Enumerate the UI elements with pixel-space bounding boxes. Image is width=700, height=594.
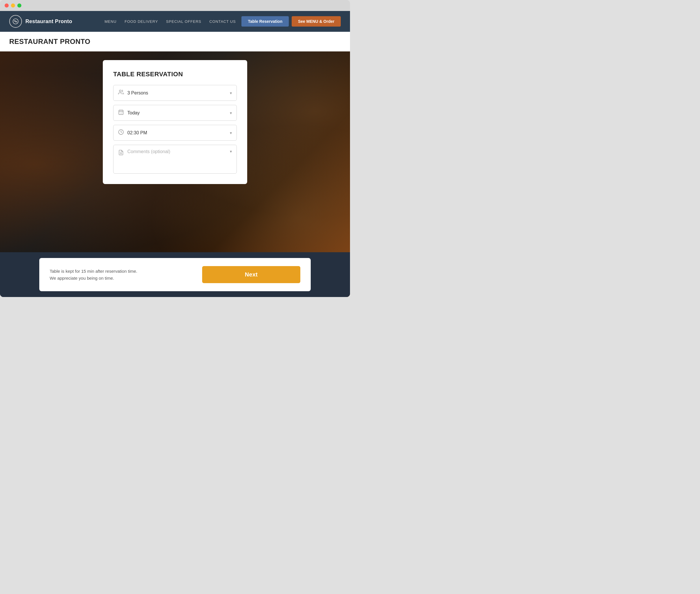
white-banner: RESTAURANT PRONTO: [0, 32, 350, 52]
page-title: RESTAURANT PRONTO: [9, 38, 341, 46]
svg-point-0: [14, 21, 15, 21]
nav-menu[interactable]: MENU: [105, 19, 116, 24]
reservation-modal: TABLE RESERVATION 3 Persons ▾: [103, 60, 247, 184]
navbar: Restaurant Pronto MENU FOOD DELIVERY SPE…: [0, 11, 350, 32]
next-button[interactable]: Next: [202, 266, 300, 283]
nav-contact-us[interactable]: CONTACT US: [209, 19, 236, 24]
bottom-panel: Table is kept for 15 min after reservati…: [39, 258, 311, 291]
bottom-note: Table is kept for 15 min after reservati…: [50, 268, 137, 282]
bottom-panel-wrapper: Table is kept for 15 min after reservati…: [0, 252, 350, 297]
hero-area: RESTAURANT PRONTO TABLE RESERVATION 3 Pe…: [0, 32, 350, 297]
date-icon: 17: [118, 109, 124, 117]
nav-links: MENU FOOD DELIVERY SPECIAL OFFERS CONTAC…: [105, 19, 236, 24]
persons-chevron-icon: ▾: [230, 91, 232, 95]
window-chrome: [0, 0, 350, 11]
persons-field[interactable]: 3 Persons ▾: [113, 85, 237, 101]
comments-chevron-icon: ▾: [230, 149, 232, 154]
logo-text: Restaurant Pronto: [26, 19, 72, 25]
nav-order-button[interactable]: See MENU & Order: [292, 16, 341, 27]
time-chevron-icon: ▾: [230, 131, 232, 135]
comments-field[interactable]: Comments (optional) ▾: [113, 145, 237, 174]
maximize-button[interactable]: [17, 3, 21, 7]
nav-special-offers[interactable]: SPECIAL OFFERS: [166, 19, 201, 24]
nav-food-delivery[interactable]: FOOD DELIVERY: [125, 19, 158, 24]
date-field[interactable]: 17 Today ▾: [113, 105, 237, 121]
date-value: Today: [127, 110, 226, 116]
comments-placeholder: Comments (optional): [127, 149, 226, 154]
svg-point-1: [16, 22, 17, 22]
note-line1: Table is kept for 15 min after reservati…: [50, 268, 137, 275]
time-value: 02:30 PM: [127, 130, 226, 135]
navbar-logo: Restaurant Pronto: [9, 15, 72, 28]
minimize-button[interactable]: [11, 3, 15, 7]
persons-value: 3 Persons: [127, 91, 226, 96]
logo-icon: [9, 15, 22, 28]
time-field[interactable]: 02:30 PM ▾: [113, 125, 237, 141]
comments-icon: [118, 150, 124, 157]
close-button[interactable]: [5, 3, 9, 7]
svg-point-2: [119, 90, 121, 92]
note-line2: We appreciate you being on time.: [50, 275, 137, 282]
modal-title: TABLE RESERVATION: [113, 70, 237, 78]
nav-reservation-button[interactable]: Table Reservation: [241, 16, 289, 27]
date-chevron-icon: ▾: [230, 111, 232, 115]
time-icon: [118, 129, 124, 136]
persons-icon: [118, 89, 124, 97]
svg-text:17: 17: [120, 112, 122, 114]
